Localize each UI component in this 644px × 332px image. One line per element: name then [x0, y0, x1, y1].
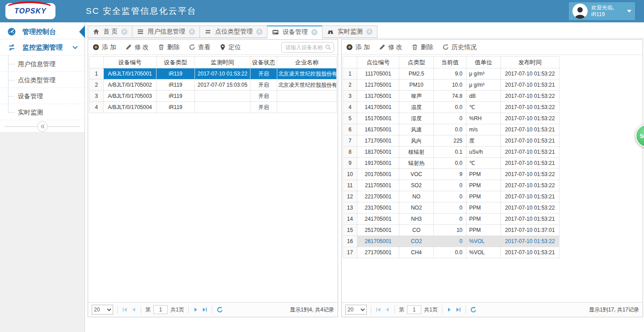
cell[interactable]: 度	[466, 135, 501, 147]
view-button[interactable]: 查看	[189, 43, 211, 51]
cell[interactable]: 2017-07-10 01:53:21	[501, 135, 559, 147]
first-page-button[interactable]	[375, 307, 381, 313]
cell[interactable]: iR119	[157, 68, 195, 80]
table-row[interactable]: 17271705001CH40.0%VOL2017-07-10 01:53:21	[343, 247, 559, 258]
search-icon[interactable]	[325, 44, 331, 50]
next-page-button[interactable]	[193, 307, 199, 313]
cell[interactable]: 风速	[399, 124, 434, 135]
cell[interactable]: 开启	[250, 91, 277, 102]
cell[interactable]: 241705001	[357, 214, 399, 225]
table-row[interactable]: 5151705001湿度0%RH2017-07-10 01:53:22	[343, 113, 559, 124]
cell[interactable]: CO	[399, 225, 434, 236]
cell[interactable]: 2017-07-10 01:53:21	[501, 247, 559, 258]
cell[interactable]: 181705001	[357, 147, 399, 158]
cell[interactable]: iR119	[157, 102, 195, 113]
sidebar-item-point-type[interactable]: 点位类型管理	[0, 71, 85, 88]
cell[interactable]: iR119	[157, 80, 195, 91]
page-size-select[interactable]: 20	[345, 305, 367, 315]
cell[interactable]: 161705001	[357, 124, 399, 135]
history-button[interactable]: 历史情况	[442, 43, 477, 51]
table-row[interactable]: 12221705001NO0PPM2017-07-10 01:53:21	[343, 191, 559, 202]
table-row[interactable]: 13231705001NO20PPM2017-07-10 01:53:22	[343, 202, 559, 214]
cell[interactable]: 2017-07-10 01:53:21	[501, 124, 559, 135]
cell[interactable]: NH3	[399, 214, 434, 225]
sidebar-item-user-info[interactable]: 用户信息管理	[0, 55, 85, 71]
cell[interactable]: 开启	[250, 80, 277, 91]
column-header[interactable]: 点位编号	[357, 57, 399, 68]
cell[interactable]: 2017-07-10 01:53:22	[501, 102, 559, 113]
cell[interactable]: 开启	[250, 102, 277, 113]
cell[interactable]: iR119	[157, 91, 195, 102]
cell[interactable]: 141705001	[357, 102, 399, 113]
table-row[interactable]: 3A/BJLT/0/1705003iR119开启	[89, 91, 337, 102]
cell[interactable]: 2017-07-10 01:53:21	[501, 214, 559, 225]
cell[interactable]: 2017-07-10 01:53:21	[501, 158, 559, 169]
table-row[interactable]: 15251705001CO10PPM2017-07-10 01:37:01	[343, 225, 559, 236]
cell[interactable]	[195, 91, 250, 102]
caret-down-icon[interactable]	[627, 10, 631, 13]
column-header[interactable]: 监测时间	[195, 57, 250, 68]
cell[interactable]: NO	[399, 191, 434, 202]
cell[interactable]: 171705001	[357, 135, 399, 147]
cell[interactable]: %VOL	[466, 236, 501, 247]
cell[interactable]: PPM	[466, 214, 501, 225]
cell[interactable]: 0.0	[434, 124, 466, 135]
cell[interactable]: 221705001	[357, 191, 399, 202]
cell[interactable]: m/s	[466, 124, 501, 135]
cell[interactable]: 0.0	[434, 158, 466, 169]
page-number-input[interactable]	[407, 305, 421, 314]
cell[interactable]: PM2.5	[399, 68, 434, 80]
tab-realtime[interactable]: 实时监测 ×	[322, 25, 377, 38]
cell[interactable]: 北京凌天世纪控股股份有限公司	[277, 80, 337, 91]
cell[interactable]: 191705001	[357, 158, 399, 169]
cell[interactable]: PM10	[399, 80, 434, 91]
cell[interactable]: 131705001	[357, 91, 399, 102]
cell[interactable]: 2017-07-10 01:53:22	[195, 68, 250, 80]
column-header[interactable]: 发布时间	[501, 57, 559, 68]
cell[interactable]: ℃	[466, 102, 501, 113]
collapse-sidebar-button[interactable]	[37, 121, 48, 132]
cell[interactable]: 111705001	[357, 68, 399, 80]
table-row[interactable]: 2121705001PM1010.0μ g/m³2017-07-10 01:53…	[343, 80, 559, 91]
table-row[interactable]: 2A/BJLT/0/1705002iR1192017-07-07 15:03:0…	[89, 80, 337, 91]
cell[interactable]: 225	[434, 135, 466, 147]
cell[interactable]	[277, 102, 337, 113]
cell[interactable]	[277, 91, 337, 102]
cell[interactable]: %RH	[466, 113, 501, 124]
first-page-button[interactable]	[122, 307, 128, 313]
cell[interactable]: 0	[434, 113, 466, 124]
cell[interactable]: 核辐射	[399, 147, 434, 158]
cell[interactable]: μ g/m³	[466, 68, 501, 80]
cell[interactable]: 2017-07-10 01:53:22	[501, 169, 559, 180]
delete-button[interactable]: 删除	[411, 43, 433, 51]
cell[interactable]: PPM	[466, 225, 501, 236]
cell[interactable]: 9	[434, 169, 466, 180]
sidebar-item-realtime[interactable]: 实时监测	[0, 104, 85, 120]
reload-button[interactable]	[470, 307, 477, 313]
cell[interactable]: 271705001	[357, 247, 399, 258]
cell[interactable]: 2017-07-10 01:53:22	[501, 236, 559, 247]
cell[interactable]: 261705001	[357, 236, 399, 247]
next-page-button[interactable]	[446, 307, 453, 313]
tab-user-info[interactable]: 用户信息管理 ×	[132, 25, 200, 38]
edit-button[interactable]: 修 改	[125, 43, 149, 51]
table-row[interactable]: 11211705001SO20PPM2017-07-10 01:53:22	[343, 180, 559, 191]
cell[interactable]: 0	[434, 191, 466, 202]
table-row[interactable]: 4141705001温度0.0℃2017-07-10 01:53:22	[343, 102, 559, 113]
cell[interactable]: PPM	[466, 191, 501, 202]
user-menu[interactable]: 欢迎光临, iR119	[569, 2, 635, 20]
table-row[interactable]: 7171705001风向225度2017-07-10 01:53:21	[343, 135, 559, 147]
table-row[interactable]: 16261705001CO20%VOL2017-07-10 01:53:22	[343, 236, 559, 247]
prev-page-button[interactable]	[384, 307, 390, 313]
table-row[interactable]: 14241705001NH30PPM2017-07-10 01:53:21	[343, 214, 559, 225]
cell[interactable]: PPM	[466, 169, 501, 180]
cell[interactable]: 湿度	[399, 113, 434, 124]
column-header[interactable]: 设备类型	[157, 57, 195, 68]
cell[interactable]: 0	[434, 236, 466, 247]
cell[interactable]: 2017-07-07 15:03:05	[195, 80, 250, 91]
cell[interactable]: A/BJLT/0/1705004	[104, 102, 157, 113]
tab-home[interactable]: 首 页 ×	[88, 25, 132, 38]
cell[interactable]: 201705001	[357, 169, 399, 180]
cell[interactable]: 北京凌天世纪控股股份有限公司	[277, 68, 337, 80]
cell[interactable]: 251705001	[357, 225, 399, 236]
